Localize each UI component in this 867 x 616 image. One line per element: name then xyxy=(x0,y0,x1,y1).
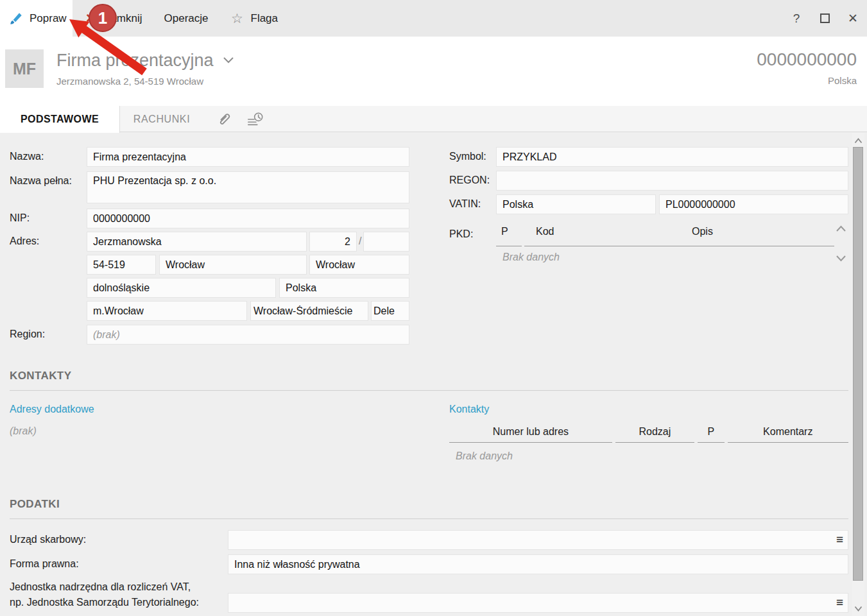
adres-slash: / xyxy=(359,235,361,247)
record-address: Jerzmanowska 2, 54-519 Wrocław xyxy=(56,76,203,87)
tab-podstawowe[interactable]: PODSTAWOWE xyxy=(0,106,120,133)
pkd-col-p[interactable]: P xyxy=(501,226,508,237)
vatin-numer-input[interactable] xyxy=(659,194,848,214)
nazwa-pelna-label: Nazwa pełna: xyxy=(10,175,72,187)
tab-rachunki[interactable]: RACHUNKI xyxy=(120,106,203,132)
jednostka-lookup-menu-icon[interactable]: ≡ xyxy=(836,596,843,609)
pkd-header-rule xyxy=(496,246,522,246)
nr-lokalu-input[interactable] xyxy=(363,232,409,252)
regon-input[interactable] xyxy=(496,171,848,191)
vertical-scrollbar[interactable] xyxy=(852,133,864,616)
operacje-label: Operacje xyxy=(164,12,209,25)
podatki-section-title: PODATKI xyxy=(10,498,60,511)
urzad-skarbowy-input[interactable] xyxy=(228,530,848,550)
nr-domu-input[interactable] xyxy=(309,232,357,252)
powiat-input[interactable] xyxy=(87,301,247,321)
kod-pocztowy-input[interactable] xyxy=(87,255,156,275)
popraw-button[interactable]: Popraw xyxy=(0,0,73,37)
pkd-label: PKD: xyxy=(449,228,473,240)
scroll-down-icon[interactable] xyxy=(852,602,864,615)
kraj-input[interactable] xyxy=(279,278,409,298)
kontakty-col-komentarz[interactable]: Komentarz xyxy=(728,426,848,443)
page-title: Firma prezentacyjna xyxy=(56,51,214,71)
maximize-icon xyxy=(820,13,830,23)
forma-prawna-input[interactable] xyxy=(228,554,848,574)
operacje-button[interactable]: Operacje xyxy=(153,0,219,37)
pkd-expand-down-icon[interactable] xyxy=(836,253,846,264)
scroll-up-icon[interactable] xyxy=(852,134,864,147)
help-button[interactable]: ? xyxy=(782,0,811,37)
help-icon: ? xyxy=(793,12,800,26)
popraw-label: Popraw xyxy=(30,12,67,25)
paperclip-icon[interactable] xyxy=(214,111,232,128)
record-number: 0000000000 xyxy=(757,49,857,70)
podatki-divider xyxy=(10,518,848,519)
kontakty-link[interactable]: Kontakty xyxy=(449,404,489,415)
pkd-header-rule xyxy=(524,246,834,246)
vatin-label: VATIN: xyxy=(449,198,481,210)
vatin-kraj-input[interactable] xyxy=(496,194,656,214)
urzad-skarbowy-field: ≡ xyxy=(228,530,848,550)
jednostka-field: ≡ xyxy=(228,593,848,613)
nip-input[interactable] xyxy=(87,209,409,228)
record-country: Polska xyxy=(757,75,857,86)
nazwa-label: Nazwa: xyxy=(10,151,44,162)
kontakty-section-title: KONTAKTY xyxy=(10,370,71,382)
toolbar-spacer xyxy=(289,0,782,37)
tab-strip: PODSTAWOWE RACHUNKI xyxy=(0,106,867,132)
kontakty-col-rodzaj[interactable]: Rodzaj xyxy=(615,426,694,443)
content-panel: Nazwa: Nazwa pełna: NIP: Adres: Region: … xyxy=(0,132,867,616)
delegatura-input[interactable] xyxy=(371,301,409,321)
urzad-skarbowy-label: Urząd skarbowy: xyxy=(10,534,86,545)
miasto-input[interactable] xyxy=(159,255,307,275)
app-window: Popraw ✕ Zamknij Operacje ☆ Flaga ? ✕ MF… xyxy=(0,0,867,616)
avatar: MF xyxy=(5,49,44,88)
history-icon[interactable] xyxy=(246,111,264,128)
pkd-col-opis[interactable]: Opis xyxy=(692,226,713,237)
pkd-table-header: P Kod Opis xyxy=(496,225,834,243)
symbol-input[interactable] xyxy=(496,147,848,167)
regon-label: REGON: xyxy=(449,175,490,186)
nip-label: NIP: xyxy=(10,212,30,224)
maximize-button[interactable] xyxy=(811,0,839,37)
adres-label: Adres: xyxy=(10,235,39,247)
brush-icon xyxy=(9,12,23,26)
pkd-collapse-up-icon[interactable] xyxy=(836,223,846,235)
close-button[interactable]: ✕ xyxy=(839,0,867,37)
poczta-input[interactable] xyxy=(309,255,409,275)
chevron-down-icon[interactable] xyxy=(223,55,234,67)
scrollbar-thumb[interactable] xyxy=(853,147,863,581)
region-input[interactable] xyxy=(87,325,409,345)
kontakty-divider xyxy=(10,390,848,391)
close-icon: ✕ xyxy=(848,11,858,26)
jednostka-label-line1: Jednostka nadrzędna dla rozliczeń VAT, xyxy=(10,581,191,593)
symbol-label: Symbol: xyxy=(449,151,486,162)
record-header: MF Firma prezentacyjna Jerzmanowska 2, 5… xyxy=(0,37,867,106)
adresy-dodatkowe-link[interactable]: Adresy dodatkowe xyxy=(10,404,94,415)
kontakty-empty-text: Brak danych xyxy=(456,450,513,462)
wojewodztwo-input[interactable] xyxy=(87,278,276,298)
pkd-col-kod[interactable]: Kod xyxy=(536,226,554,237)
kontakty-col-numer[interactable]: Numer lub adres xyxy=(449,426,612,443)
region-label: Region: xyxy=(10,329,45,340)
flaga-button[interactable]: ☆ Flaga xyxy=(219,0,289,37)
urzad-lookup-menu-icon[interactable]: ≡ xyxy=(836,533,843,546)
gmina-input[interactable] xyxy=(250,301,368,321)
forma-prawna-label: Forma prawna: xyxy=(10,558,79,570)
nazwa-pelna-input[interactable]: PHU Prezentacja sp. z o.o. xyxy=(87,171,409,203)
toolbar: Popraw ✕ Zamknij Operacje ☆ Flaga ? ✕ xyxy=(0,0,867,37)
jednostka-label-line2: np. Jednostka Samorządu Terytorialnego: xyxy=(10,597,199,608)
kontakty-col-p[interactable]: P xyxy=(698,426,725,443)
adresy-dodatkowe-empty: (brak) xyxy=(10,425,37,437)
flaga-label: Flaga xyxy=(251,12,279,25)
nazwa-input[interactable] xyxy=(87,147,409,167)
star-icon: ☆ xyxy=(230,12,245,26)
jednostka-input[interactable] xyxy=(228,593,848,613)
annotation-step-badge: 1 xyxy=(89,4,117,32)
pkd-empty-text: Brak danych xyxy=(502,252,560,263)
ulica-input[interactable] xyxy=(87,232,307,252)
kontakty-table-header: Numer lub adres Rodzaj P Komentarz xyxy=(449,426,848,443)
